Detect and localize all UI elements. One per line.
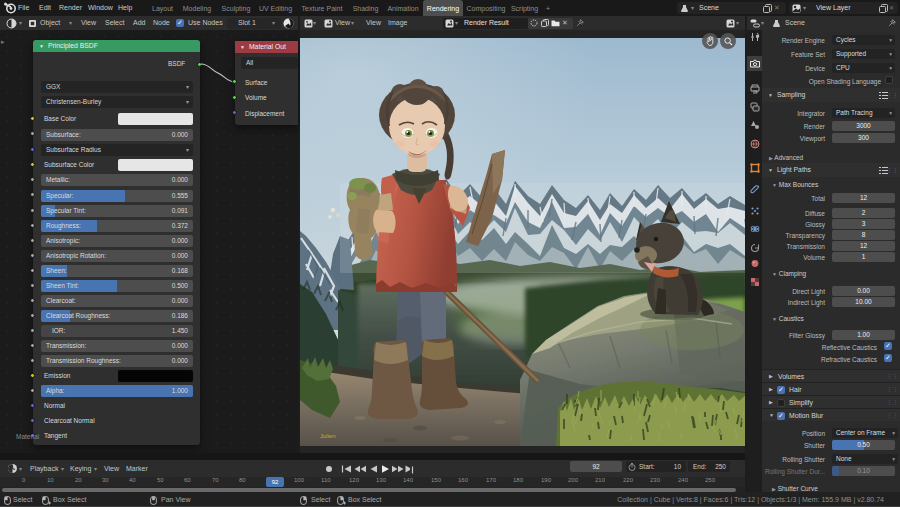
- svg-text:Julien: Julien: [320, 433, 336, 439]
